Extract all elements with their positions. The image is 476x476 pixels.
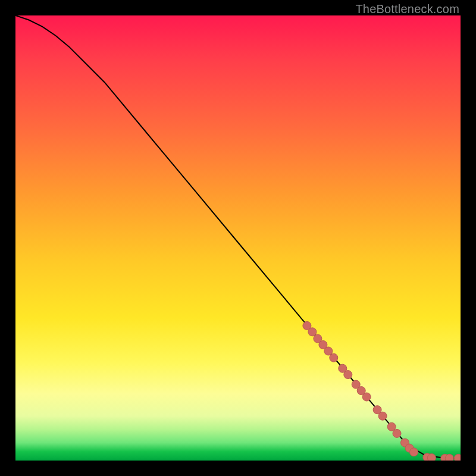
data-marker (454, 454, 461, 461)
data-marker (330, 353, 338, 362)
data-marker (445, 454, 453, 461)
data-marker (303, 321, 311, 330)
data-marker (319, 341, 327, 349)
data-marker (423, 453, 431, 461)
data-marker (387, 422, 396, 431)
data-marker (324, 347, 333, 355)
marker-layer (303, 321, 461, 461)
data-marker (401, 439, 409, 447)
data-marker (352, 380, 360, 389)
data-marker (427, 454, 436, 461)
chart-frame: TheBottleneck.com (0, 0, 476, 476)
data-marker (339, 364, 347, 372)
data-marker (441, 454, 449, 461)
data-marker (393, 429, 401, 437)
data-marker (405, 444, 414, 452)
data-marker (378, 412, 387, 420)
plot-area (15, 15, 461, 461)
curve-line (15, 15, 461, 458)
data-marker (357, 387, 365, 395)
data-marker (410, 448, 418, 456)
data-marker (314, 334, 322, 343)
chart-overlay (15, 15, 461, 461)
data-marker (362, 393, 371, 401)
data-marker (373, 406, 381, 414)
data-marker (344, 371, 352, 379)
data-marker (308, 328, 317, 336)
attribution-text: TheBottleneck.com (355, 2, 459, 16)
